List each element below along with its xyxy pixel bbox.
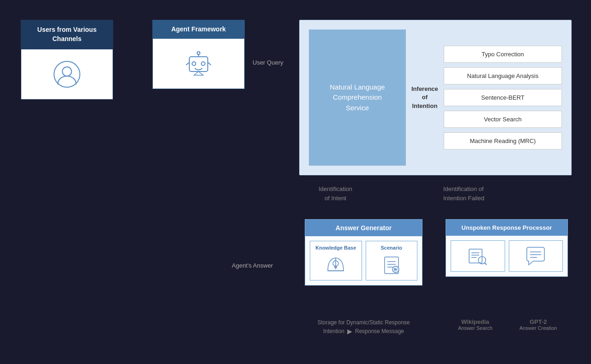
inference-item-sbert: Sentence-BERT xyxy=(444,89,562,106)
response-label: Response Message xyxy=(355,328,404,334)
agents-answer-text: Agent's Answer xyxy=(232,262,273,269)
wiki-gpt-labels: Wikipedia Answer Search GPT-2 Answer Cre… xyxy=(446,318,568,331)
answer-gen-body: Knowledge Base Scenario xyxy=(305,236,422,285)
answer-gen-title: Answer Generator xyxy=(336,224,392,232)
gpt2-sub-label: Answer Creation xyxy=(509,325,568,331)
sbert-label: Sentence-BERT xyxy=(481,94,525,101)
user-query-text: User Query xyxy=(253,59,283,66)
unspoken-title: Unspoken Response Processor xyxy=(462,224,552,231)
nla-label: Natural Language Analysis xyxy=(467,72,539,79)
agent-title: Agent Framework xyxy=(171,25,226,33)
user-avatar-icon xyxy=(53,60,81,88)
id-intent-label: Identificationof Intent xyxy=(319,185,352,203)
wikipedia-sub-label: Answer Search xyxy=(446,325,505,331)
inference-item-mrc: Machine Reading (MRC) xyxy=(444,132,562,149)
svg-rect-19 xyxy=(469,249,482,263)
svg-line-24 xyxy=(484,263,487,265)
answer-gen-box: Answer Generator Knowledge Base xyxy=(305,219,422,286)
inference-item-vector: Vector Search xyxy=(444,111,562,128)
inference-label: Inference of Intention xyxy=(406,85,444,110)
scenario-label: Scenario xyxy=(381,245,402,251)
knowledge-base-box: Knowledge Base xyxy=(310,241,362,280)
arrow-icon: ▶ xyxy=(347,328,352,335)
diagram-container: Users from Various Channels Agent Framew… xyxy=(0,0,591,364)
nlc-title: Natural Language Comprehension Service xyxy=(330,82,385,113)
id-failed-label: Identification ofIntention Failed xyxy=(443,185,484,203)
gpt2-icon xyxy=(524,245,547,268)
nlc-service-box: Natural Language Comprehension Service xyxy=(309,30,406,166)
wikipedia-box xyxy=(451,240,505,272)
inference-item-nla: Natural Language Analysis xyxy=(444,67,562,84)
gpt2-main-label: GPT-2 xyxy=(509,318,568,325)
typo-correction-label: Typo Correction xyxy=(482,51,524,58)
scenario-icon xyxy=(380,253,403,276)
answer-gen-header: Answer Generator xyxy=(305,220,422,236)
vector-search-label: Vector Search xyxy=(484,116,522,123)
nlu-area: Natural Language Comprehension Service I… xyxy=(299,20,572,175)
unspoken-body xyxy=(446,236,567,276)
svg-point-6 xyxy=(197,52,200,54)
unspoken-box: Unspoken Response Processor xyxy=(446,219,568,277)
storage-label-text: Storage for Dynamic/Static Response xyxy=(317,319,410,326)
storage-label: Storage for Dynamic/Static Response xyxy=(305,319,422,326)
users-title: Users from Various Channels xyxy=(37,26,96,42)
svg-point-1 xyxy=(62,67,72,76)
wikipedia-main-label: Wikipedia xyxy=(446,318,505,325)
knowledge-base-icon xyxy=(324,253,347,276)
intention-label: Intention xyxy=(323,328,344,334)
svg-point-4 xyxy=(201,62,205,66)
wikipedia-icon xyxy=(466,245,489,268)
unspoken-header: Unspoken Response Processor xyxy=(446,220,567,236)
users-header: Users from Various Channels xyxy=(21,20,113,49)
agent-framework-box: Agent Framework xyxy=(152,20,245,89)
inference-label-text: Inference of Intention xyxy=(411,85,438,109)
gpt2-box xyxy=(509,240,563,272)
agents-answer-label: Agent's Answer xyxy=(232,262,273,269)
users-box: Users from Various Channels xyxy=(21,20,113,100)
robot-icon xyxy=(182,48,215,80)
wikipedia-label-group: Wikipedia Answer Search xyxy=(446,318,505,331)
svg-line-8 xyxy=(208,62,211,65)
agent-body xyxy=(152,38,245,89)
user-query-label: User Query xyxy=(253,59,283,66)
svg-line-7 xyxy=(186,62,189,65)
agent-header: Agent Framework xyxy=(152,20,245,38)
inference-section: Inference of Intention Typo Correction N… xyxy=(406,30,562,166)
intention-response-row: Intention ▶ Response Message xyxy=(305,328,422,335)
mrc-label: Machine Reading (MRC) xyxy=(470,137,536,144)
svg-point-3 xyxy=(192,62,196,66)
inference-boxes: Typo Correction Natural Language Analysi… xyxy=(444,46,562,149)
gpt2-label-group: GPT-2 Answer Creation xyxy=(509,318,568,331)
scenario-box: Scenario xyxy=(366,241,418,280)
inference-item-typo: Typo Correction xyxy=(444,46,562,63)
nlu-inner: Natural Language Comprehension Service I… xyxy=(309,30,562,166)
id-failed-text: Identification ofIntention Failed xyxy=(443,185,484,202)
users-body xyxy=(21,49,113,100)
knowledge-base-label: Knowledge Base xyxy=(315,245,356,251)
